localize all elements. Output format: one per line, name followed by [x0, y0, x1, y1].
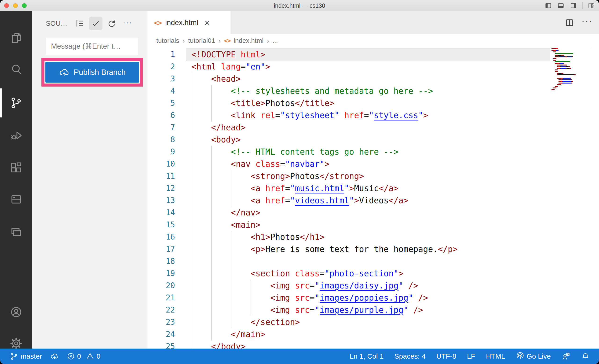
chevron-right-icon: › — [218, 37, 221, 45]
code-line: <img src="images/daisy.jpg" /> — [147, 279, 599, 292]
code-line: <main> — [147, 219, 599, 231]
indent-guide — [211, 316, 212, 328]
indent-guide — [211, 304, 212, 316]
indent-guide — [192, 219, 192, 231]
refresh-icon[interactable] — [105, 17, 118, 30]
indent-guide — [192, 121, 192, 134]
more-actions-icon[interactable]: ··· — [121, 16, 134, 31]
editor-more-actions-icon[interactable]: ··· — [581, 16, 593, 30]
source-control-icon — [10, 97, 22, 109]
explorer-icon — [10, 32, 22, 44]
code-line: <strong>Photos</strong> — [147, 170, 599, 182]
status-bar: master 0 0 Ln 1, Col 1 Spaces: 4 UTF-8 L… — [0, 348, 599, 364]
indent-guide — [211, 231, 212, 243]
code-line: <h1>Photos</h1> — [147, 231, 599, 243]
code-line: <!DOCTYPE html> — [147, 48, 599, 61]
indent-guide — [192, 170, 192, 182]
breadcrumb-item-tutorial01[interactable]: tutorial01 — [188, 37, 215, 44]
tab-label: index.html — [165, 18, 198, 27]
breadcrumb-item-symbol[interactable]: ... — [272, 37, 278, 44]
toggle-secondary-sidebar-icon[interactable] — [570, 2, 577, 9]
indent-guide — [192, 279, 192, 292]
indent-guide — [231, 292, 231, 304]
sidebar-item-run-and-debug[interactable] — [0, 121, 32, 150]
commit-check-icon[interactable] — [89, 17, 103, 30]
customize-layout-icon[interactable] — [587, 2, 595, 9]
indentation-setting[interactable]: Spaces: 4 — [395, 352, 426, 360]
tab-index-html[interactable]: <> index.html × — [147, 11, 230, 34]
toggle-primary-sidebar-icon[interactable] — [544, 2, 552, 9]
sidebar-item-search[interactable] — [0, 55, 32, 84]
source-control-sidebar: SOU… ··· Publish Branch — [32, 11, 147, 348]
indent-guide — [192, 304, 192, 316]
person-feedback-icon — [562, 352, 571, 361]
error-count: 0 — [77, 352, 81, 360]
indent-guide — [192, 146, 192, 158]
code-line: </main> — [147, 328, 599, 340]
code-line: <p>Here is some text for the homepage.</… — [147, 243, 599, 255]
code-line: <a href="videos.html">Videos</a> — [147, 194, 599, 207]
go-live-button[interactable]: Go Live — [516, 352, 551, 361]
warning-count: 0 — [97, 352, 100, 360]
sidebar-item-source-control[interactable] — [0, 88, 32, 117]
indent-guide — [192, 158, 192, 170]
indent-guide — [192, 73, 192, 85]
sidebar-title: SOU… — [46, 20, 67, 27]
indent-guide — [211, 279, 212, 292]
indent-guide — [192, 316, 192, 328]
cloud-upload-icon — [50, 352, 59, 361]
titlebar-separator — [582, 2, 583, 9]
indent-guide — [211, 328, 212, 340]
code-line: <title>Photos</title> — [147, 97, 599, 109]
publish-branch-label: Publish Branch — [74, 68, 126, 77]
indent-guide — [211, 182, 212, 194]
html-file-icon: <> — [154, 19, 161, 27]
indent-guide — [192, 97, 192, 109]
view-as-tree-icon[interactable] — [73, 17, 87, 30]
code-line: </nav> — [147, 207, 599, 219]
toggle-panel-icon[interactable] — [557, 2, 565, 9]
cloud-upload-icon — [59, 67, 70, 78]
sidebar-item-extensions[interactable] — [0, 153, 32, 182]
problems-indicator[interactable]: 0 0 — [67, 352, 100, 360]
eol-setting[interactable]: LF — [467, 352, 475, 360]
notifications-button[interactable] — [581, 352, 590, 361]
language-mode[interactable]: HTML — [486, 352, 505, 360]
code-editor[interactable]: 1234567891011121314151617181920212223242… — [147, 47, 599, 348]
branch-indicator[interactable]: master — [10, 352, 42, 361]
breadcrumb-item-index-html[interactable]: index.html — [234, 37, 264, 44]
code-line: <!-- stylesheets and metadata go here --… — [147, 85, 599, 97]
indent-guide — [231, 194, 231, 207]
sidebar-item-container[interactable] — [0, 185, 32, 214]
title-bar: index.html — cs130 — [0, 0, 599, 11]
indent-guide — [192, 109, 192, 121]
indent-guide — [192, 85, 192, 97]
indent-guide — [192, 292, 192, 304]
indent-guide — [192, 267, 192, 279]
windows-icon — [10, 226, 22, 238]
sidebar-item-windows[interactable] — [0, 217, 32, 247]
indent-guide — [211, 243, 212, 255]
indent-guide — [211, 146, 212, 158]
cursor-position[interactable]: Ln 1, Col 1 — [350, 352, 384, 360]
code-line: <img src="images/purple.jpg" /> — [147, 304, 599, 316]
activity-bar — [0, 11, 32, 348]
indent-guide — [192, 328, 192, 340]
error-icon — [67, 352, 75, 360]
account-button[interactable] — [0, 298, 32, 327]
warning-icon — [86, 352, 94, 360]
sidebar-item-explorer[interactable] — [0, 23, 32, 52]
gear-icon — [10, 337, 22, 350]
close-tab-icon[interactable]: × — [204, 18, 210, 27]
commit-message-input[interactable] — [46, 38, 138, 55]
code-line: <a href="music.html">Music</a> — [147, 182, 599, 194]
indent-guide — [211, 158, 212, 170]
sync-changes-button[interactable] — [50, 352, 59, 361]
publish-branch-button[interactable]: Publish Branch — [45, 62, 139, 83]
breadcrumb-item-tutorials[interactable]: tutorials — [156, 37, 179, 44]
overview-ruler-border — [590, 47, 590, 348]
feedback-button[interactable] — [562, 352, 571, 361]
indent-guide — [211, 194, 212, 207]
split-editor-icon[interactable] — [565, 18, 574, 27]
encoding-setting[interactable]: UTF-8 — [436, 352, 456, 360]
